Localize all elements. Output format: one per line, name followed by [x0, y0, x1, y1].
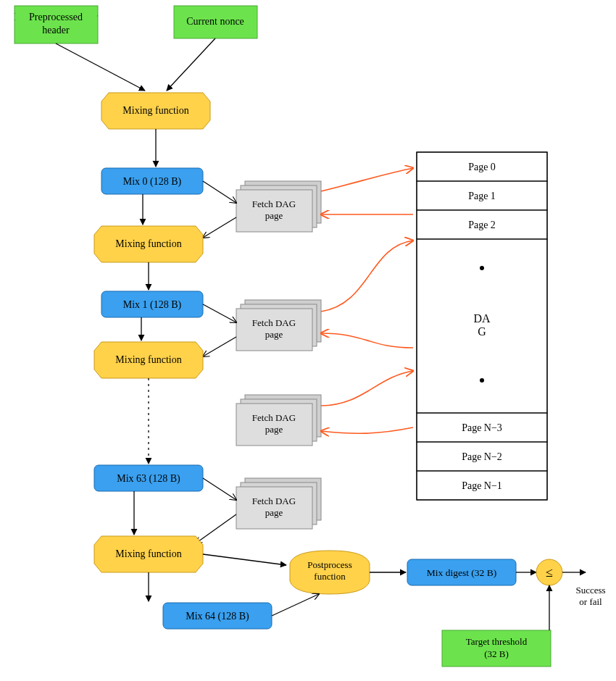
svg-text:Page 2: Page 2: [468, 220, 496, 230]
mix-digest-label: Mix digest (32 B): [427, 567, 496, 578]
svg-text:Mix 0 (128 B): Mix 0 (128 B): [123, 176, 182, 188]
svg-line-44: [272, 594, 319, 616]
svg-text:Fetch DAG: Fetch DAG: [252, 496, 296, 506]
svg-point-66: [480, 378, 484, 383]
mixing-fn-top-label: Mixing function: [122, 105, 188, 116]
svg-text:Preprocessed: Preprocessed: [29, 12, 83, 22]
result-label-2: or fail: [579, 596, 602, 607]
svg-text:(32 B): (32 B): [484, 648, 509, 659]
svg-text:Mixing function: Mixing function: [115, 238, 181, 249]
mixing-fn-last-label: Mixing function: [115, 548, 181, 559]
svg-text:Page N−1: Page N−1: [462, 480, 502, 491]
svg-line-22: [203, 304, 236, 322]
mixing-fn-0-label: Mixing function: [115, 238, 181, 249]
dag-pageN3: Page N−3: [462, 422, 502, 433]
svg-line-12: [203, 181, 236, 203]
svg-text:Current nonce: Current nonce: [186, 16, 244, 27]
target-threshold-label-1: Target threshold: [466, 636, 528, 647]
svg-text:Page 0: Page 0: [468, 162, 496, 172]
mix0-label: Mix 0 (128 B): [123, 176, 182, 188]
comparator-label: ≤: [546, 565, 553, 580]
svg-text:function: function: [314, 571, 346, 582]
svg-text:page: page: [265, 329, 283, 340]
svg-text:Page 1: Page 1: [468, 191, 496, 201]
target-threshold-label-2: (32 B): [484, 648, 509, 659]
svg-text:Mixing function: Mixing function: [122, 105, 188, 116]
svg-text:page: page: [265, 210, 283, 221]
svg-line-36: [203, 478, 236, 500]
svg-text:header: header: [42, 25, 70, 35]
svg-line-23: [203, 337, 236, 356]
dag-page0: Page 0: [468, 162, 496, 172]
svg-text:Page N−3: Page N−3: [462, 422, 502, 433]
dag-page2: Page 2: [468, 220, 496, 230]
dag-page1: Page 1: [468, 191, 496, 201]
svg-text:Fetch DAG: Fetch DAG: [252, 199, 296, 209]
svg-line-3: [167, 38, 215, 91]
dag-label-1: DA: [473, 312, 491, 325]
svg-text:Fetch DAG: Fetch DAG: [252, 317, 296, 328]
svg-text:page: page: [265, 507, 283, 518]
svg-text:Mixing function: Mixing function: [115, 354, 181, 365]
svg-text:Mix 64 (128 B): Mix 64 (128 B): [186, 611, 249, 622]
svg-text:G: G: [478, 325, 486, 338]
svg-text:Mix 1 (128 B): Mix 1 (128 B): [123, 299, 182, 311]
dag-table: Page 0 Page 1 Page 2 DA G Page N−3 Page …: [417, 152, 547, 500]
svg-line-13: [203, 217, 236, 238]
mix1-label: Mix 1 (128 B): [123, 299, 182, 311]
svg-text:DA: DA: [473, 312, 491, 325]
current-nonce-label: Current nonce: [186, 16, 244, 27]
svg-line-2: [56, 43, 145, 91]
svg-text:Mix digest (32 B): Mix digest (32 B): [427, 567, 496, 578]
svg-text:Postprocess: Postprocess: [307, 559, 351, 570]
svg-text:or fail: or fail: [579, 596, 602, 607]
svg-text:page: page: [265, 424, 283, 435]
svg-text:Target threshold: Target threshold: [466, 636, 528, 647]
mix63-label: Mix 63 (128 B): [117, 473, 180, 485]
svg-line-37: [196, 514, 236, 543]
mixing-fn-1-label: Mixing function: [115, 354, 181, 365]
dag-pageN1: Page N−1: [462, 480, 502, 491]
dag-pageN2: Page N−2: [462, 451, 502, 462]
svg-text:Mixing function: Mixing function: [115, 548, 181, 559]
svg-text:Page N−2: Page N−2: [462, 451, 502, 462]
result-label-1: Success: [575, 585, 605, 596]
postprocess-label-1: Postprocess: [307, 559, 351, 570]
svg-line-41: [203, 554, 286, 565]
postprocess-label-2: function: [314, 571, 346, 582]
mix64-label: Mix 64 (128 B): [186, 611, 249, 622]
dag-label-2: G: [478, 325, 486, 338]
svg-point-63: [480, 266, 484, 270]
svg-text:≤: ≤: [546, 565, 553, 580]
svg-text:Fetch DAG: Fetch DAG: [252, 412, 296, 423]
svg-text:Success: Success: [575, 585, 605, 596]
svg-text:Mix 63 (128 B): Mix 63 (128 B): [117, 473, 180, 485]
